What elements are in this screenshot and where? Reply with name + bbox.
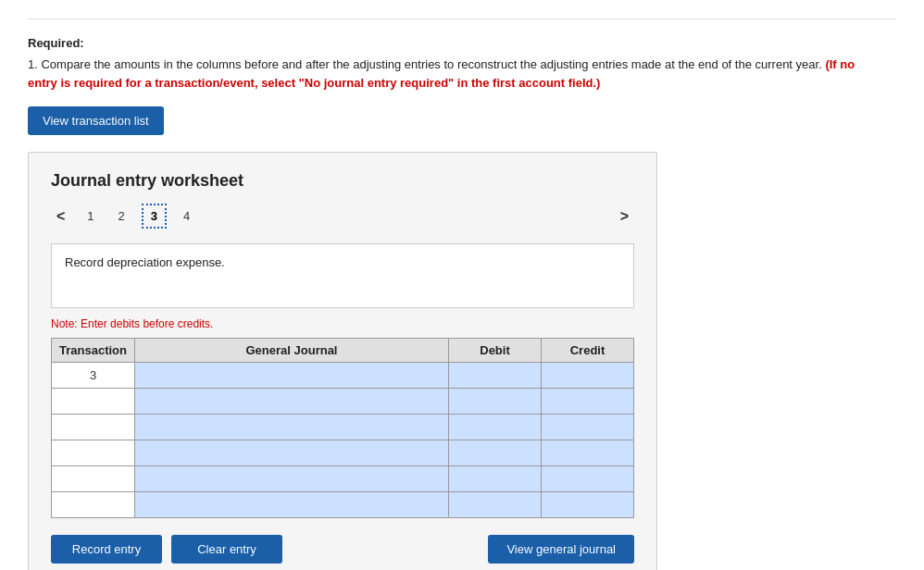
journal-input-2[interactable]: [135, 415, 448, 440]
transaction-cell-2: [52, 415, 135, 440]
journal-cell-0[interactable]: [135, 363, 449, 389]
debit-cell-5[interactable]: [449, 492, 542, 518]
clear-entry-button[interactable]: Clear entry: [171, 535, 282, 564]
journal-table: Transaction General Journal Debit Credit…: [51, 338, 634, 518]
journal-cell-5[interactable]: [135, 492, 449, 518]
instructions: 1. Compare the amounts in the columns be…: [28, 56, 861, 92]
credit-cell-1[interactable]: [542, 389, 634, 415]
debit-input-3[interactable]: [449, 440, 541, 465]
transaction-cell-0: 3: [52, 363, 135, 389]
journal-cell-2[interactable]: [135, 415, 449, 440]
journal-input-0[interactable]: [135, 363, 448, 388]
table-row: [52, 389, 634, 415]
transaction-cell-3: [52, 440, 135, 466]
credit-input-5[interactable]: [542, 492, 633, 517]
journal-cell-1[interactable]: [135, 389, 449, 415]
transaction-cell-1: [52, 389, 135, 415]
page-2[interactable]: 2: [111, 205, 132, 227]
note-text: Note: Enter debits before credits.: [51, 317, 634, 330]
credit-input-0[interactable]: [542, 363, 633, 388]
table-row: 3: [52, 363, 634, 389]
credit-input-1[interactable]: [542, 389, 633, 414]
page-1[interactable]: 1: [80, 205, 101, 227]
pagination: < 1 2 3 4 >: [51, 204, 634, 229]
worksheet-title: Journal entry worksheet: [51, 171, 634, 191]
table-row: [52, 415, 634, 440]
credit-input-2[interactable]: [542, 415, 633, 440]
prev-arrow[interactable]: <: [51, 206, 70, 227]
debit-input-4[interactable]: [449, 466, 541, 491]
view-general-journal-button[interactable]: View general journal: [488, 535, 634, 564]
debit-cell-0[interactable]: [449, 363, 542, 389]
page-4[interactable]: 4: [176, 205, 197, 227]
table-row: [52, 466, 634, 492]
debit-cell-4[interactable]: [449, 466, 542, 492]
view-transaction-button[interactable]: View transaction list: [28, 106, 164, 135]
credit-cell-4[interactable]: [542, 466, 634, 492]
debit-input-1[interactable]: [449, 389, 541, 414]
transaction-cell-5: [52, 492, 135, 518]
debit-input-0[interactable]: [449, 363, 541, 388]
debit-input-5[interactable]: [449, 492, 541, 517]
instructions-text: 1. Compare the amounts in the columns be…: [28, 57, 822, 71]
table-row: [52, 492, 634, 518]
required-label: Required:: [28, 36, 896, 50]
journal-input-3[interactable]: [135, 440, 448, 465]
debit-cell-2[interactable]: [449, 415, 542, 440]
journal-input-1[interactable]: [135, 389, 448, 414]
credit-cell-0[interactable]: [542, 363, 634, 389]
table-row: [52, 440, 634, 466]
credit-input-3[interactable]: [542, 440, 633, 465]
journal-input-5[interactable]: [135, 492, 448, 517]
header-debit: Debit: [449, 339, 542, 363]
credit-cell-3[interactable]: [542, 440, 634, 466]
header-general-journal: General Journal: [135, 339, 449, 363]
credit-cell-5[interactable]: [542, 492, 634, 518]
transaction-cell-4: [52, 466, 135, 492]
debit-cell-1[interactable]: [449, 389, 542, 415]
credit-cell-2[interactable]: [542, 415, 634, 440]
credit-input-4[interactable]: [542, 466, 633, 491]
journal-cell-4[interactable]: [135, 466, 449, 492]
worksheet-container: Journal entry worksheet < 1 2 3 4 > Reco…: [28, 152, 657, 570]
button-row: Record entry Clear entry View general jo…: [51, 535, 634, 564]
journal-input-4[interactable]: [135, 466, 448, 491]
debit-cell-3[interactable]: [449, 440, 542, 466]
header-credit: Credit: [542, 339, 634, 363]
record-entry-button[interactable]: Record entry: [51, 535, 162, 564]
page-3[interactable]: 3: [142, 204, 167, 229]
next-arrow[interactable]: >: [615, 206, 634, 227]
journal-cell-3[interactable]: [135, 440, 449, 466]
debit-input-2[interactable]: [449, 415, 541, 440]
header-transaction: Transaction: [52, 339, 135, 363]
description-box: Record depreciation expense.: [51, 243, 634, 308]
